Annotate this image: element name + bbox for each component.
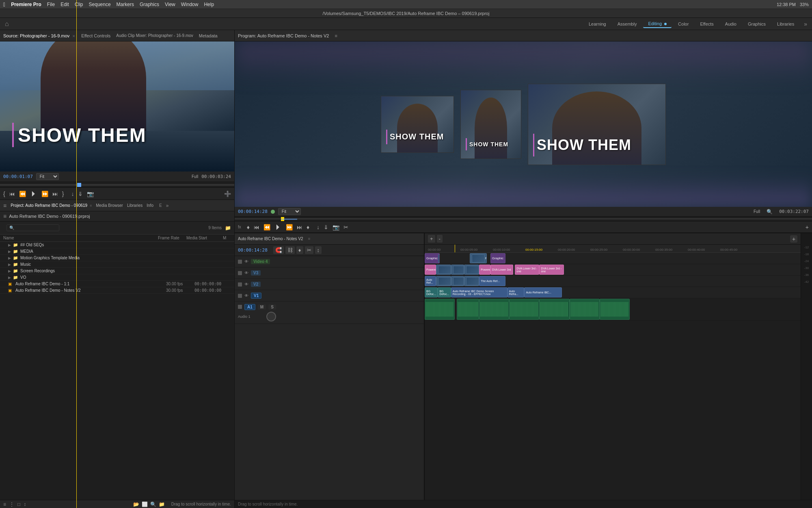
home-icon[interactable]: ⌂ [5,20,9,28]
more-workspaces-icon[interactable]: » [804,21,807,27]
menu-file[interactable]: File [47,2,55,7]
list-item[interactable]: ▶ 📁 VO [0,274,234,281]
clip-v2-photo1[interactable]: Photograp... [464,276,479,286]
add-track-button[interactable]: + [790,235,797,243]
program-prev-edit[interactable]: ⏮ [254,224,259,230]
clip-v2-ski1[interactable]: ski_backflip... [451,276,464,286]
tl-linked-btn[interactable]: ⛓ [285,246,295,254]
clip-v4-graphic2[interactable]: Graphic [490,253,505,263]
clip-v1-screen2[interactable]: Auto Refra... [508,287,525,297]
v3-badge[interactable]: V3 [251,270,261,276]
tl-zoom-out[interactable]: - [437,235,443,243]
tab-graphics[interactable]: Graphics [743,20,771,28]
expand-icon[interactable]: ▶ [8,276,13,280]
libraries-tab[interactable]: Libraries [127,202,143,209]
source-scrubber[interactable] [0,182,234,188]
program-overwrite[interactable]: ⇓ [324,224,328,230]
list-item[interactable]: ▶ 📁 ## Old SEQs [0,242,234,248]
a1-s-badge[interactable]: S [268,304,276,310]
program-zoom-icon[interactable]: 🔍 [767,209,773,215]
v4-eye[interactable]: 👁 [244,259,248,264]
clip-v2-autoref1[interactable]: Auto Ref... [425,276,436,286]
info-tab[interactable]: Info [147,202,153,209]
v2-badge[interactable]: V2 [251,282,261,287]
program-trim[interactable]: ✂ [343,224,348,230]
icon-sort[interactable]: ↕ [24,501,26,507]
expand-icon[interactable]: ▶ [8,256,13,260]
effect-controls-tab[interactable]: Effect Controls [81,32,110,40]
v4-badge[interactable]: Video 4 [251,259,270,264]
expand-icon[interactable]: ▶ [8,269,13,273]
program-next-edit[interactable]: ⏭ [297,224,302,230]
tab-libraries[interactable]: Libraries [772,20,799,28]
a1-lock[interactable] [238,305,242,309]
clip-v3-ski1[interactable]: ski_backflip... [451,265,464,275]
clip-v1-screen1[interactable]: Auto Reframe IBC Demo Screen Recording -… [451,287,508,297]
metadata-tab[interactable]: Metadata [199,32,218,40]
new-bin-icon[interactable]: 📂 [133,501,139,507]
clip-v3-drone1[interactable]: dronesurfing_f... [436,265,451,275]
search-input[interactable] [16,226,56,230]
new-item-icon[interactable]: ⬜ [142,501,148,507]
program-menu-icon[interactable]: ≡ [335,33,337,38]
tab-learning[interactable]: Learning [584,20,611,28]
source-step-fwd[interactable]: ⏩ [41,191,48,197]
clip-v3-powered2[interactable]: Powered [479,265,490,275]
icon-freeform[interactable]: □ [17,501,20,507]
source-overwrite[interactable]: ⇓ [78,191,83,197]
source-add[interactable]: ➕ [224,191,231,197]
menu-view[interactable]: View [165,2,175,7]
program-add-edit[interactable]: + [806,224,809,230]
menu-window[interactable]: Window [181,2,199,7]
program-step-fwd[interactable]: ⏩ [286,224,293,230]
clip-v2-drone1[interactable]: dronesurfing_f... [436,276,451,286]
tab-assembly[interactable]: Assembly [613,20,642,28]
a1-m-badge[interactable]: M [258,304,266,310]
menu-clip[interactable]: Clip [75,2,83,7]
clip-v4-photo1[interactable]: Photograp... [470,253,487,263]
menu-markers[interactable]: Markers [117,2,134,7]
clip-v4-graphic1[interactable]: Graphic [425,253,440,263]
tl-zoom-in[interactable]: + [428,235,435,243]
media-browser-tab[interactable]: Media Browser [96,202,123,209]
v1-lock[interactable] [238,294,242,298]
audio-clip-4[interactable] [509,299,539,320]
clip-v2-autoref2[interactable]: The Auto Ref... [479,276,505,286]
program-fit-dropdown[interactable]: Fit 50% 100% [278,208,301,215]
a1-badge[interactable]: A1 [244,304,255,310]
program-insert[interactable]: ↓ [317,224,320,230]
source-play[interactable]: ⏵ [30,189,37,198]
tab-audio[interactable]: Audio [720,20,741,28]
clip-v3-dva3[interactable]: DVA Lower 3rd - one [539,265,564,275]
list-item[interactable]: ▶ 📁 Screen Recordings [0,268,234,274]
icon-grid[interactable]: ⋮ [9,501,14,507]
clip-v3-photo1[interactable]: Photograp... [464,265,479,275]
tab-color[interactable]: Color [673,20,693,28]
menu-sequence[interactable]: Sequence [89,2,111,7]
source-tab[interactable]: Source: Photographer - 16-9.mov ✕ [3,32,76,40]
list-item[interactable]: ▣ Auto Reframe IBC Demo - Notes V2 30.00… [0,287,234,294]
audio-clip-5[interactable] [539,299,569,320]
tl-snap-btn[interactable]: 🧲 [273,246,284,254]
list-view-icon[interactable]: ≡ [3,501,6,507]
v2-eye[interactable]: 👁 [244,282,248,287]
audio-clip-2[interactable] [457,299,479,320]
source-prev-edit[interactable]: ⏮ [9,191,15,197]
source-camera[interactable]: 📷 [87,191,94,197]
source-next-edit[interactable]: ⏭ [52,191,58,197]
v1-badge[interactable]: V1 [251,293,261,299]
v1-eye[interactable]: 👁 [244,293,248,298]
source-mark-in[interactable]: { [3,191,5,197]
audio-clip-1[interactable] [425,299,455,320]
program-scrubber[interactable] [235,217,812,221]
menu-graphics[interactable]: Graphics [140,2,159,7]
tab-effects[interactable]: Effects [695,20,718,28]
program-step-back[interactable]: ⏪ [263,224,270,230]
new-folder-icon[interactable]: 📁 [225,225,231,231]
expand-icon[interactable]: ▶ [8,263,13,267]
project-tab-menu[interactable]: ≡ [90,204,92,208]
list-item[interactable]: ▣ Auto Reframe IBC Demo - 1:1 30.00 fps … [0,281,234,287]
project-search-box[interactable]: 🔍 [6,224,59,231]
list-item[interactable]: ▶ 📁 MEDIA [0,248,234,255]
list-item[interactable]: ▶ 📁 Motion Graphics Template Media [0,255,234,261]
